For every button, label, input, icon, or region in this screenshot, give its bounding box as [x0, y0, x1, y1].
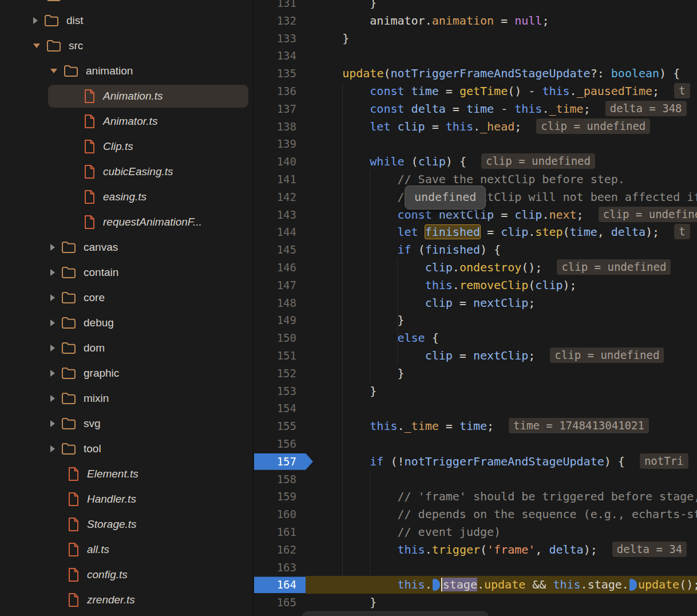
line-number-155[interactable]: 155	[254, 417, 306, 435]
tree-item-svg[interactable]: svg	[0, 411, 253, 436]
code-content[interactable]: // Save the nextClip before step.	[306, 171, 697, 188]
tree-item-Clip.ts[interactable]: Clip.ts	[0, 134, 253, 159]
code-content[interactable]: const delta = time - this._time;delta = …	[306, 100, 697, 118]
editor-pane[interactable]: 131 }132 animator.animation = null;133 }…	[254, 0, 697, 616]
line-number-149[interactable]: 149	[254, 311, 306, 329]
chevron-right-icon[interactable]	[50, 370, 55, 377]
line-number-161[interactable]: 161	[254, 523, 306, 541]
code-content[interactable]: else {	[306, 329, 697, 347]
line-number-154[interactable]: 154	[254, 400, 306, 417]
inline-breakpoint-icon[interactable]	[629, 579, 637, 591]
line-number-153[interactable]: 153	[254, 382, 306, 400]
line-number-136[interactable]: 136	[254, 82, 306, 100]
code-content[interactable]: }	[306, 0, 697, 12]
code-content[interactable]: clip = nextClip;	[306, 294, 697, 312]
line-number-151[interactable]: 151	[254, 347, 306, 365]
code-content[interactable]: }	[306, 311, 697, 329]
code-content[interactable]: }	[306, 382, 697, 400]
chevron-down-icon[interactable]	[50, 69, 57, 73]
code-content[interactable]	[306, 559, 697, 576]
code-content[interactable]: update(notTriggerFrameAndStageUpdate?: b…	[306, 65, 697, 82]
code-content[interactable]	[306, 135, 697, 153]
tree-item-Animation.ts[interactable]: Animation.ts	[0, 84, 253, 109]
code-content[interactable]: this._time = time;time = 1748413041021	[306, 417, 697, 435]
line-number-152[interactable]: 152	[254, 365, 306, 382]
tree-item-requestAnimationF...[interactable]: requestAnimationF...	[0, 210, 253, 235]
tree-item-dist[interactable]: dist	[0, 8, 253, 33]
line-number-132[interactable]: 132	[254, 12, 306, 30]
tree-item-tool[interactable]: tool	[0, 436, 253, 461]
line-number-148[interactable]: 148	[254, 294, 306, 312]
line-number-145[interactable]: 145	[254, 241, 306, 259]
code-content[interactable]: while (clip) {clip = undefined	[306, 153, 697, 171]
code-content[interactable]: clip.ondestroy();clip = undefined	[306, 259, 697, 277]
tree-item-dom[interactable]: dom	[0, 335, 253, 361]
code-content[interactable]: let clip = this._head;clip = undefined	[306, 118, 697, 136]
line-number-156[interactable]: 156	[254, 435, 306, 453]
chevron-right-icon[interactable]	[50, 244, 55, 251]
code-content[interactable]	[306, 435, 697, 453]
code-content[interactable]: // 'frame' should be triggered before st…	[306, 488, 697, 506]
line-number-138[interactable]: 138	[254, 118, 306, 136]
chevron-right-icon[interactable]	[50, 395, 55, 402]
code-content[interactable]: this.removeClip(clip);	[306, 277, 697, 294]
code-content[interactable]: }	[306, 30, 697, 48]
tree-item-config.ts[interactable]: config.ts	[0, 562, 253, 587]
chevron-right-icon[interactable]	[50, 345, 55, 352]
line-number-164[interactable]: 164	[254, 576, 306, 594]
chevron-right-icon[interactable]	[50, 420, 55, 427]
code-content[interactable]: if (finished) {	[306, 241, 697, 259]
code-content[interactable]: // depends on the sequence (e.g., echart…	[306, 506, 697, 523]
code-content[interactable]: this.trigger('frame', delta);delta = 34	[306, 541, 697, 559]
tree-item-zrender.ts[interactable]: zrender.ts	[0, 587, 253, 613]
line-number-163[interactable]: 163	[254, 559, 306, 576]
tree-item-all.ts[interactable]: all.ts	[0, 537, 253, 562]
tree-item-Animator.ts[interactable]: Animator.ts	[0, 109, 253, 134]
line-number-144[interactable]: 144	[254, 223, 306, 241]
code-content[interactable]	[306, 47, 697, 65]
line-number-133[interactable]: 133	[254, 30, 306, 48]
chevron-right-icon[interactable]	[50, 445, 55, 452]
code-content[interactable]	[306, 471, 697, 488]
chevron-right-icon[interactable]	[50, 319, 55, 326]
code-content[interactable]: clip = nextClip;clip = undefined	[306, 347, 697, 365]
line-number-131[interactable]: 131	[254, 0, 306, 12]
line-number-159[interactable]: 159	[254, 488, 306, 506]
inline-breakpoint-icon[interactable]	[433, 579, 440, 591]
tree-item-Element.ts[interactable]: Element.ts	[0, 461, 253, 487]
code-content[interactable]: animator.animation = null;	[306, 12, 697, 30]
tree-item-cubicEasing.ts[interactable]: cubicEasing.ts	[0, 159, 253, 184]
line-number-146[interactable]: 146	[254, 259, 306, 277]
tree-item-animation[interactable]: animation	[0, 58, 253, 84]
line-number-158[interactable]: 158	[254, 471, 306, 488]
line-number-162[interactable]: 162	[254, 541, 306, 559]
line-number-165[interactable]: 165	[254, 594, 306, 611]
line-number-157[interactable]: 157	[254, 453, 306, 471]
code-content[interactable]: }	[306, 365, 697, 382]
line-number-143[interactable]: 143	[254, 206, 306, 224]
tree-item-clipped[interactable]	[0, 0, 253, 8]
tree-item-contain[interactable]: contain	[0, 260, 253, 285]
tree-item-graphic[interactable]: graphic	[0, 361, 253, 386]
chevron-right-icon[interactable]	[33, 17, 38, 24]
line-number-141[interactable]: 141	[254, 171, 306, 188]
code-content[interactable]: const time = getTime() - this._pausedTim…	[306, 82, 697, 100]
code-content[interactable]: // event judge)	[306, 523, 697, 541]
code-content[interactable]: const nextClip = clip.next;clip = undefi…	[306, 206, 697, 224]
line-number-140[interactable]: 140	[254, 153, 306, 171]
tree-item-Handler.ts[interactable]: Handler.ts	[0, 487, 253, 512]
tree-item-canvas[interactable]: canvas	[0, 235, 253, 260]
line-number-134[interactable]: 134	[254, 47, 306, 65]
code-content[interactable]: // So the nextClip will not been affecte…	[306, 188, 697, 206]
line-number-142[interactable]: 142	[254, 188, 306, 206]
code-content[interactable]: let finished = clip.step(time, delta);t	[306, 223, 697, 241]
chevron-down-icon[interactable]	[33, 44, 40, 48]
tree-item-mixin[interactable]: mixin	[0, 386, 253, 411]
tree-item-debug[interactable]: debug	[0, 310, 253, 335]
chevron-right-icon[interactable]	[50, 294, 55, 301]
code-content[interactable]: this.stage.update && this.stage.update()…	[306, 576, 697, 594]
code-content[interactable]: }	[306, 594, 697, 611]
line-number-137[interactable]: 137	[254, 100, 306, 118]
line-number-150[interactable]: 150	[254, 329, 306, 347]
line-number-139[interactable]: 139	[254, 135, 306, 153]
